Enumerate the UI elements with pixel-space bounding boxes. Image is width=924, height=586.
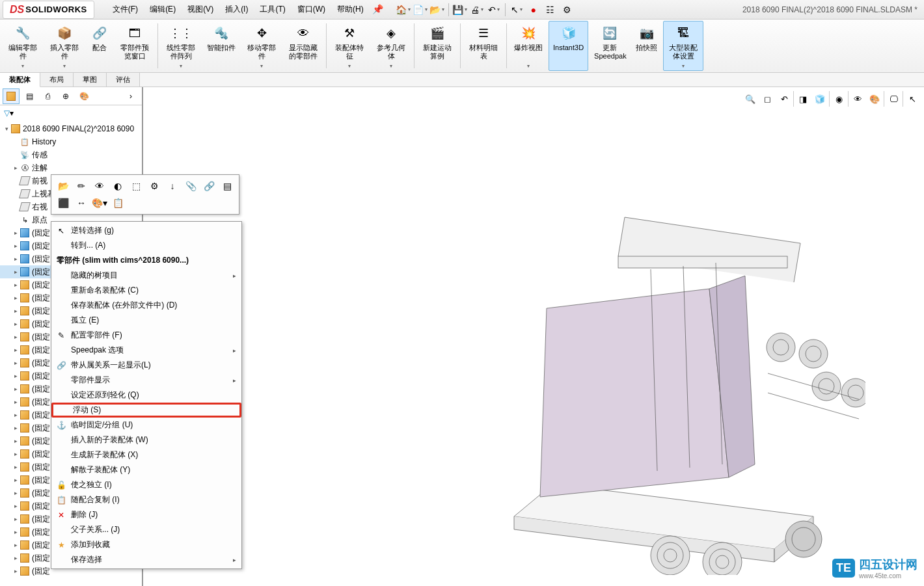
ctx-clip-icon[interactable]: 📎 <box>183 179 198 193</box>
menu-tools[interactable]: 工具(T) <box>254 1 290 18</box>
ctx-lightweight-icon[interactable]: ⬛ <box>55 196 71 210</box>
undo-icon[interactable]: ↶ <box>486 2 502 18</box>
ctx-form-subassembly[interactable]: 生成新子装配体 (X) <box>51 447 241 462</box>
ctx-copy-with-mates[interactable]: 📋随配合复制 (I) <box>51 492 241 507</box>
menu-window[interactable]: 窗口(W) <box>292 1 331 18</box>
ctx-edit-icon[interactable]: ✏ <box>74 179 89 193</box>
ctx-add-to-favorites[interactable]: ★添加到收藏 <box>51 537 241 552</box>
ctx-goto[interactable]: 转到... (A) <box>51 238 241 253</box>
snapshot-button[interactable]: 📷拍快照 <box>631 21 662 71</box>
ctx-insert-subassembly[interactable]: 插入新的子装配体 (W) <box>51 433 241 447</box>
show-hidden-button[interactable]: 👁显示隐藏的零部件 <box>283 21 323 71</box>
tree-annotations[interactable]: ▸Ⓐ注解 <box>0 161 142 174</box>
ctx-open-icon[interactable]: 📂 <box>55 179 71 193</box>
zoom-fit-icon[interactable]: 🔍 <box>742 91 758 107</box>
edit-component-button[interactable]: 🔧编辑零部件▾ <box>3 21 43 71</box>
display-style-icon[interactable]: ◉ <box>831 91 847 107</box>
tab-evaluate[interactable]: 评估 <box>107 73 140 87</box>
menu-pin-icon[interactable]: 📌 <box>370 1 386 17</box>
new-motion-button[interactable]: 🎬新建运动算例 <box>417 21 457 71</box>
assembly-features-button[interactable]: ⚒装配体特征▾ <box>329 21 370 71</box>
tree-sensors[interactable]: 📡传感 <box>0 148 142 161</box>
save-icon[interactable]: 💾 <box>452 2 468 18</box>
tab-layout[interactable]: 布局 <box>40 73 74 87</box>
feature-tree-tab-icon[interactable] <box>3 88 20 104</box>
svg-point-16 <box>812 372 841 401</box>
large-assembly-button[interactable]: 🏗大型装配体设置▾ <box>663 21 703 71</box>
menu-file[interactable]: 文件(F) <box>107 1 143 18</box>
zoom-area-icon[interactable]: ◻ <box>759 91 775 107</box>
dimxpert-tab-icon[interactable]: ⊕ <box>57 88 74 104</box>
ctx-temporary-fix[interactable]: ⚓临时固定/分组 (U) <box>51 418 241 433</box>
select-icon[interactable]: ↖ <box>509 2 524 18</box>
ctx-make-independent[interactable]: 🔓使之独立 (I) <box>51 477 241 492</box>
rebuild-icon[interactable]: ● <box>526 2 541 18</box>
appearance-tab-icon[interactable]: 🎨 <box>75 88 92 104</box>
svg-point-4 <box>651 536 690 575</box>
ctx-hide-icon[interactable]: 👁 <box>92 179 107 193</box>
ctx-save-external[interactable]: 保存装配体 (在外部文件中) (D) <box>51 298 241 313</box>
ctx-move-icon[interactable]: ↔ <box>74 196 89 210</box>
tree-filter[interactable]: ▽▾ <box>0 105 142 121</box>
ctx-toolbox-icon[interactable]: ▤ <box>219 179 235 193</box>
ctx-mate-icon[interactable]: 🔗 <box>201 179 217 193</box>
tree-history[interactable]: 📋History <box>0 135 142 148</box>
ctx-isolate-icon[interactable]: ⬚ <box>128 179 144 193</box>
ctx-parent-child[interactable]: 父子关系... (J) <box>51 522 241 537</box>
open-icon[interactable]: 📂 <box>429 2 445 18</box>
tree-root[interactable]: ▾2018 6090 FINAL(2)^2018 6090 <box>0 122 142 135</box>
ctx-float[interactable]: 浮动 (S) <box>51 403 241 418</box>
ctx-invert-selection[interactable]: ↖逆转选择 (g) <box>51 223 241 238</box>
ctx-rename-assembly[interactable]: 重新命名装配体 (C) <box>51 283 241 298</box>
reference-geometry-button[interactable]: ◈参考几何体▾ <box>371 21 411 71</box>
ctx-set-lightweight[interactable]: 设定还原到轻化 (Q) <box>51 388 241 403</box>
property-tab-icon[interactable]: ▤ <box>21 88 38 104</box>
section-view-icon[interactable]: ◨ <box>795 91 811 107</box>
ctx-speedpak-options[interactable]: Speedpak 选项▸ <box>51 343 241 358</box>
menu-help[interactable]: 帮助(H) <box>332 1 369 18</box>
tab-sketch[interactable]: 草图 <box>74 73 107 87</box>
ctx-dissolve-subassembly[interactable]: 解散子装配体 (Y) <box>51 462 241 477</box>
ctx-delete[interactable]: ✕删除 (J) <box>51 507 241 522</box>
appearance-hud-icon[interactable]: 🎨 <box>867 91 882 107</box>
new-icon[interactable]: 📄 <box>413 2 428 18</box>
ctx-configure-component[interactable]: ✎配置零部件 (F) <box>51 328 241 343</box>
svg-point-10 <box>785 521 822 557</box>
scene-icon[interactable]: 🖵 <box>886 91 901 107</box>
tab-assembly[interactable]: 装配体 <box>0 73 40 87</box>
options-list-icon[interactable]: ☷ <box>543 2 558 18</box>
ctx-config-icon[interactable]: ⚙ <box>146 179 162 193</box>
ctx-transparency-icon[interactable]: ◐ <box>110 179 126 193</box>
ctx-appearance-icon[interactable]: 🎨▾ <box>92 196 107 210</box>
linear-pattern-button[interactable]: ⋮⋮线性零部件阵列▾ <box>161 21 201 71</box>
orientation-icon[interactable]: 🧊 <box>812 91 828 107</box>
move-component-button[interactable]: ✥移动零部件▾ <box>241 21 282 71</box>
config-tab-icon[interactable]: ⎙ <box>39 88 56 104</box>
smart-fasteners-button[interactable]: 🔩智能扣件 <box>202 21 240 71</box>
ctx-show-with-dependents[interactable]: 🔗带从属关系一起显示(L) <box>51 358 241 373</box>
menu-view[interactable]: 视图(V) <box>182 1 219 18</box>
settings-icon[interactable]: ⚙ <box>560 2 575 18</box>
ctx-component-display[interactable]: 零部件显示▸ <box>51 373 241 388</box>
mate-button[interactable]: 🔗配合 <box>86 21 113 71</box>
graphics-viewport[interactable]: 🔍 ◻ ↶ ◨ 🧊 ◉ 👁 🎨 🖵 ↖ <box>143 87 924 586</box>
ctx-hidden-tree-items[interactable]: 隐藏的树项目▸ <box>51 268 241 283</box>
hide-show-icon[interactable]: 👁 <box>850 91 865 107</box>
insert-component-button[interactable]: 📦插入零部件▾ <box>44 21 85 71</box>
ctx-copy-icon[interactable]: 📋 <box>110 196 126 210</box>
panel-expand-icon[interactable]: › <box>122 88 139 104</box>
instant3d-button[interactable]: 🧊Instant3D <box>549 21 588 71</box>
view-settings-icon[interactable]: ↖ <box>904 91 920 107</box>
bom-button[interactable]: ☰材料明细表 <box>463 21 504 71</box>
ctx-suppress-icon[interactable]: ↓ <box>165 179 180 193</box>
print-icon[interactable]: 🖨 <box>469 2 485 18</box>
home-icon[interactable]: 🏠 <box>396 2 411 18</box>
preview-window-button[interactable]: 🗔零部件预览窗口 <box>115 21 155 71</box>
ctx-save-selection[interactable]: 保存选择▸ <box>51 552 241 567</box>
menu-edit[interactable]: 编辑(E) <box>144 1 181 18</box>
menu-insert[interactable]: 插入(I) <box>220 1 253 18</box>
exploded-view-button[interactable]: 💥爆炸视图▾ <box>510 21 547 71</box>
prev-view-icon[interactable]: ↶ <box>776 91 792 107</box>
update-speedpak-button[interactable]: 🔄更新Speedpak <box>590 21 630 71</box>
ctx-isolate[interactable]: 孤立 (E) <box>51 313 241 328</box>
